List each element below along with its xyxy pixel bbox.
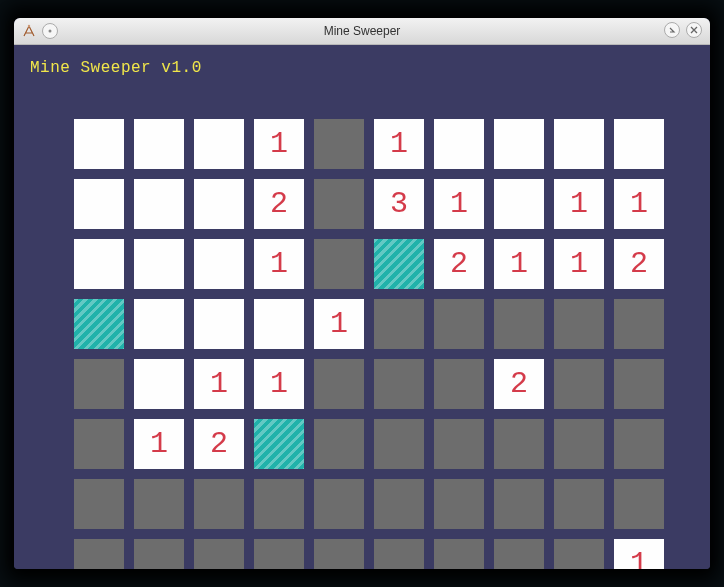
cell-4-2: 1 — [194, 359, 244, 409]
cell-3-1[interactable] — [134, 299, 184, 349]
cell-4-3: 1 — [254, 359, 304, 409]
close-button[interactable] — [686, 22, 702, 38]
cell-6-6 — [434, 479, 484, 529]
cell-5-7 — [494, 419, 544, 469]
cell-1-7[interactable] — [494, 179, 544, 229]
cell-1-5: 3 — [374, 179, 424, 229]
cell-7-6 — [434, 539, 484, 569]
cell-6-5 — [374, 479, 424, 529]
cell-6-8 — [554, 479, 604, 529]
window-title: Mine Sweeper — [14, 24, 710, 38]
cell-3-0[interactable] — [74, 299, 124, 349]
cell-2-8: 1 — [554, 239, 604, 289]
svg-point-1 — [49, 30, 52, 33]
cell-6-1 — [134, 479, 184, 529]
version-label: Mine Sweeper v1.0 — [30, 59, 202, 77]
titlebar-button-left[interactable] — [42, 23, 58, 39]
cell-5-5 — [374, 419, 424, 469]
cell-0-0[interactable] — [74, 119, 124, 169]
cell-2-0[interactable] — [74, 239, 124, 289]
cell-3-3[interactable] — [254, 299, 304, 349]
titlebar: Mine Sweeper — [14, 18, 710, 45]
cell-2-5[interactable] — [374, 239, 424, 289]
cell-1-1[interactable] — [134, 179, 184, 229]
cell-2-4 — [314, 239, 364, 289]
cell-2-3: 1 — [254, 239, 304, 289]
svg-point-0 — [28, 25, 30, 27]
cell-5-6 — [434, 419, 484, 469]
cell-6-7 — [494, 479, 544, 529]
cell-5-3[interactable] — [254, 419, 304, 469]
cell-2-7: 1 — [494, 239, 544, 289]
cell-7-7 — [494, 539, 544, 569]
cell-2-9: 2 — [614, 239, 664, 289]
cell-2-6: 2 — [434, 239, 484, 289]
cell-1-4 — [314, 179, 364, 229]
cell-0-6[interactable] — [434, 119, 484, 169]
cell-5-8 — [554, 419, 604, 469]
cell-4-9 — [614, 359, 664, 409]
app-window: Mine Sweeper Mine Sweeper v1.0 112311112… — [14, 18, 710, 569]
cell-6-3 — [254, 479, 304, 529]
cell-1-8: 1 — [554, 179, 604, 229]
cell-1-3: 2 — [254, 179, 304, 229]
cell-1-6: 1 — [434, 179, 484, 229]
cell-6-0 — [74, 479, 124, 529]
mine-board: 1123111121121112121 — [74, 119, 664, 569]
cell-7-9: 1 — [614, 539, 664, 569]
cell-5-1: 1 — [134, 419, 184, 469]
cell-2-1[interactable] — [134, 239, 184, 289]
cell-4-1[interactable] — [134, 359, 184, 409]
app-menu-icon[interactable] — [22, 24, 36, 38]
cell-3-2[interactable] — [194, 299, 244, 349]
cell-3-4: 1 — [314, 299, 364, 349]
cell-4-0 — [74, 359, 124, 409]
cell-0-1[interactable] — [134, 119, 184, 169]
minimize-button[interactable] — [664, 22, 680, 38]
cell-5-0 — [74, 419, 124, 469]
cell-7-8 — [554, 539, 604, 569]
cell-7-1 — [134, 539, 184, 569]
cell-5-2: 2 — [194, 419, 244, 469]
cell-0-4 — [314, 119, 364, 169]
cell-7-4 — [314, 539, 364, 569]
cell-3-9 — [614, 299, 664, 349]
cell-3-5 — [374, 299, 424, 349]
cell-7-3 — [254, 539, 304, 569]
cell-0-2[interactable] — [194, 119, 244, 169]
cell-0-9[interactable] — [614, 119, 664, 169]
cell-0-5: 1 — [374, 119, 424, 169]
cell-1-2[interactable] — [194, 179, 244, 229]
cell-3-7 — [494, 299, 544, 349]
cell-1-9: 1 — [614, 179, 664, 229]
cell-0-8[interactable] — [554, 119, 604, 169]
cell-4-4 — [314, 359, 364, 409]
cell-3-6 — [434, 299, 484, 349]
cell-2-2[interactable] — [194, 239, 244, 289]
cell-7-5 — [374, 539, 424, 569]
cell-4-7: 2 — [494, 359, 544, 409]
cell-1-0[interactable] — [74, 179, 124, 229]
cell-7-2 — [194, 539, 244, 569]
cell-7-0 — [74, 539, 124, 569]
cell-4-5 — [374, 359, 424, 409]
cell-4-8 — [554, 359, 604, 409]
cell-6-2 — [194, 479, 244, 529]
cell-0-3: 1 — [254, 119, 304, 169]
cell-4-6 — [434, 359, 484, 409]
cell-3-8 — [554, 299, 604, 349]
cell-0-7[interactable] — [494, 119, 544, 169]
cell-6-4 — [314, 479, 364, 529]
cell-5-4 — [314, 419, 364, 469]
cell-5-9 — [614, 419, 664, 469]
cell-6-9 — [614, 479, 664, 529]
app-body: Mine Sweeper v1.0 1123111121121112121 — [14, 45, 710, 569]
